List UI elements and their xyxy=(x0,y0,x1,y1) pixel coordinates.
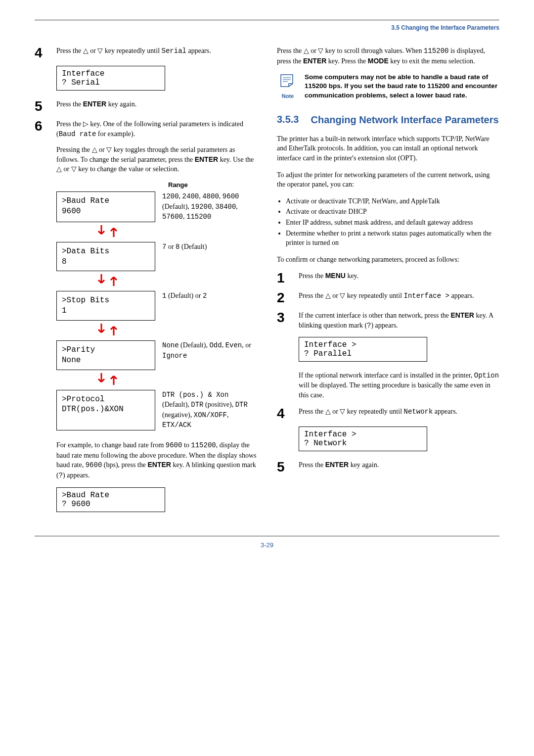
step-number-4: 4 xyxy=(277,407,290,421)
up-down-arrows-icon xyxy=(94,372,257,388)
up-down-arrows-icon xyxy=(94,273,257,289)
bullet-list: Activate or deactivate TCP/IP, NetWare, … xyxy=(286,196,499,248)
step5-text: Press the ENTER key again. xyxy=(56,99,257,113)
step-number-3: 3 xyxy=(277,311,290,331)
r-step3-text: If the current interface is other than n… xyxy=(299,311,499,331)
lcd-display: >Stop Bits 1 xyxy=(56,291,155,321)
section-header: 3.5 Changing the Interface Parameters xyxy=(35,24,499,31)
stopbits-range: 1 (Default) or 2 xyxy=(162,291,257,321)
up-triangle-icon: △ xyxy=(304,47,309,54)
right-top-para: Press the △ or ▽ key to scroll through v… xyxy=(277,46,499,66)
lcd-display: >Baud Rate 9600 xyxy=(56,191,155,222)
up-triangle-icon: △ xyxy=(325,291,331,299)
section-para3: To confirm or change networking paramete… xyxy=(277,255,499,265)
top-divider xyxy=(35,20,499,20)
step-number-5: 5 xyxy=(35,99,47,113)
lcd-display: Interface > ? Parallel xyxy=(299,337,427,362)
section-para2: To adjust the printer for networking par… xyxy=(277,170,499,189)
step-number-4: 4 xyxy=(35,46,47,60)
lcd-display: >Baud Rate ? 9600 xyxy=(56,487,165,512)
r-step1-text: Press the MENU key. xyxy=(299,271,499,285)
page-footer: 3-29 xyxy=(35,536,499,549)
down-triangle-icon: ▽ xyxy=(71,165,77,173)
lcd-display: >Protocol DTR(pos.)&XON xyxy=(56,390,155,430)
left-column: 4 Press the △ or ▽ key repeatedly until … xyxy=(35,46,257,521)
databits-range: 7 or 8 (Default) xyxy=(162,242,257,272)
step-number-1: 1 xyxy=(277,271,290,285)
range-heading: Range xyxy=(168,181,257,189)
right-column: Press the △ or ▽ key to scroll through v… xyxy=(277,46,499,521)
note-icon: Note xyxy=(277,73,299,100)
down-triangle-icon: ▽ xyxy=(97,47,103,54)
down-triangle-icon: ▽ xyxy=(318,47,323,54)
step-number-2: 2 xyxy=(277,291,290,305)
r-step3-para2: If the optional network interface card i… xyxy=(299,371,499,400)
r-step5-text: Press the ENTER key again. xyxy=(299,460,499,474)
param-baud-row: >Baud Rate 9600 1200, 2400, 4800, 9600 (… xyxy=(56,191,257,222)
right-triangle-icon: ▷ xyxy=(83,120,89,128)
param-parity-row: >Parity None None (Default), Odd, Even, … xyxy=(56,340,257,370)
up-down-arrows-icon xyxy=(94,224,257,240)
lcd-display: Interface > ? Network xyxy=(299,426,427,451)
list-item: Enter IP address, subnet mask address, a… xyxy=(286,218,499,228)
list-item: Activate or deactivate TCP/IP, NetWare, … xyxy=(286,196,499,206)
section-heading: 3.5.3 Changing Network Interface Paramet… xyxy=(277,114,499,126)
baud-range: 1200, 2400, 4800, 9600 (Default), 19200,… xyxy=(162,191,257,222)
down-triangle-icon: ▽ xyxy=(106,145,112,153)
step6-text: Press the ▷ key. One of the following se… xyxy=(56,119,257,139)
up-triangle-icon: △ xyxy=(325,407,331,415)
note-block: Note Some computers may not be able to h… xyxy=(277,73,499,100)
down-triangle-icon: ▽ xyxy=(340,407,345,415)
step6-para2: Pressing the △ or ▽ key toggles through … xyxy=(56,145,257,174)
param-protocol-row: >Protocol DTR(pos.)&XON DTR (pos.) & Xon… xyxy=(56,390,257,430)
note-text: Some computers may not be able to handle… xyxy=(305,73,499,100)
up-triangle-icon: △ xyxy=(56,165,62,173)
bottom-para: For example, to change baud rate from 96… xyxy=(56,440,257,480)
up-triangle-icon: △ xyxy=(92,145,97,153)
step4-text: Press the △ or ▽ key repeatedly until Se… xyxy=(56,46,257,60)
lcd-display: >Parity None xyxy=(56,340,155,370)
up-down-arrows-icon xyxy=(94,323,257,338)
param-stopbits-row: >Stop Bits 1 1 (Default) or 2 xyxy=(56,291,257,321)
up-triangle-icon: △ xyxy=(83,47,89,54)
param-databits-row: >Data Bits 8 7 or 8 (Default) xyxy=(56,242,257,272)
step-number-6: 6 xyxy=(35,119,47,139)
lcd-display: Interface ? Serial xyxy=(56,66,165,91)
down-triangle-icon: ▽ xyxy=(340,291,345,299)
r-step2-text: Press the △ or ▽ key repeatedly until In… xyxy=(299,291,499,305)
r-step4-text: Press the △ or ▽ key repeatedly until Ne… xyxy=(299,407,499,421)
list-item: Activate or deactivate DHCP xyxy=(286,207,499,217)
protocol-range: DTR (pos.) & Xon (Default), DTR (positiv… xyxy=(162,390,257,430)
parity-range: None (Default), Odd, Even, or Ignore xyxy=(162,340,257,370)
lcd-display: >Data Bits 8 xyxy=(56,242,155,272)
list-item: Determine whether to print a network sta… xyxy=(286,229,499,248)
section-para1: The printer has a built-in network inter… xyxy=(277,134,499,163)
step-number-5: 5 xyxy=(277,460,290,474)
